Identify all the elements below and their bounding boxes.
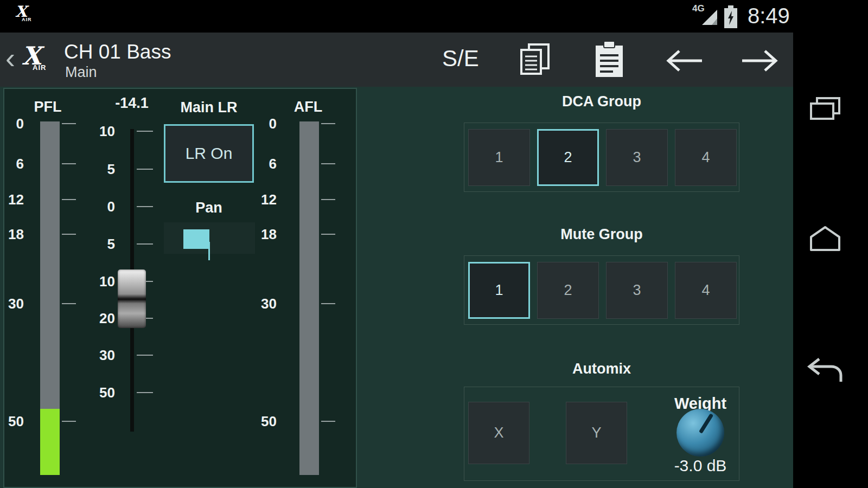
fader-scale-20: 20 <box>81 311 115 326</box>
lr-on-button[interactable]: LR On <box>164 124 254 183</box>
logo-air: AIR <box>22 17 32 22</box>
pfl-tick <box>62 421 76 422</box>
fader-scale-5a: 5 <box>81 162 115 177</box>
xair-logo: X AIR <box>22 43 46 71</box>
fader-tick <box>137 392 153 393</box>
knob-needle <box>699 413 713 434</box>
mute-button-2[interactable]: 2 <box>537 262 599 319</box>
pfl-meter <box>40 121 60 475</box>
afl-scale-6: 6 <box>255 156 277 171</box>
pfl-scale-18: 18 <box>2 227 24 242</box>
fader-db-value: -14.1 <box>105 95 159 112</box>
fader-tick <box>137 355 153 356</box>
fader-scale-50: 50 <box>81 385 115 400</box>
afl-scale-18: 18 <box>255 227 277 242</box>
channel-subtitle: Main <box>65 64 97 81</box>
clock: 8:49 <box>748 4 790 28</box>
dca-button-1[interactable]: 1 <box>468 129 530 186</box>
fader-tick <box>137 206 153 207</box>
dca-button-2[interactable]: 2 <box>537 129 599 186</box>
fader-handle[interactable] <box>118 269 146 328</box>
back-button[interactable]: ‹ <box>5 43 15 73</box>
pfl-scale-6: 6 <box>2 156 24 171</box>
channel-title: CH 01 Bass <box>64 41 171 63</box>
afl-scale-12: 12 <box>255 192 277 207</box>
paste-icon[interactable] <box>593 41 625 78</box>
pfl-scale-50: 50 <box>2 414 24 429</box>
mute-group-box: 1 2 3 4 <box>464 255 739 325</box>
automix-box: X Y Weight -3.0 dB <box>464 387 739 481</box>
copy-icon[interactable] <box>518 42 552 77</box>
fader-tick <box>137 131 153 132</box>
pfl-tick <box>62 303 76 304</box>
mute-button-4[interactable]: 4 <box>675 262 737 319</box>
afl-tick <box>321 303 335 304</box>
main-lr-label: Main LR <box>174 99 244 116</box>
pan-handle-stem <box>208 242 210 260</box>
afl-scale-0: 0 <box>255 116 277 131</box>
automix-y-button[interactable]: Y <box>566 402 627 464</box>
battery-charging-icon <box>724 5 738 28</box>
afl-tick <box>321 123 335 124</box>
screen: X AIR 4G 8:49 ‹ X AIR CH 01 Bass Main S/… <box>0 0 868 488</box>
afl-scale-30: 30 <box>255 296 277 311</box>
pfl-tick <box>62 123 76 124</box>
back-icon[interactable] <box>806 357 844 383</box>
app-header: ‹ X AIR CH 01 Bass Main S/E <box>0 33 868 87</box>
mute-button-1[interactable]: 1 <box>468 262 530 319</box>
mute-button-3[interactable]: 3 <box>606 262 668 319</box>
fader-tick <box>137 243 153 245</box>
automix-x-button[interactable]: X <box>468 402 529 464</box>
fader-scale-0: 0 <box>81 199 115 214</box>
pfl-meter-level <box>40 409 60 475</box>
fader-scale-30: 30 <box>81 348 115 363</box>
next-channel-arrow-icon[interactable] <box>740 48 780 74</box>
home-icon[interactable] <box>808 226 842 252</box>
pan-handle[interactable] <box>183 229 209 249</box>
logo-air: AIR <box>33 64 46 71</box>
afl-meter <box>299 121 319 475</box>
recents-icon[interactable] <box>809 97 841 120</box>
dca-group-box: 1 2 3 4 <box>464 123 739 192</box>
mute-group-label: Mute Group <box>547 226 656 243</box>
afl-tick <box>321 163 335 164</box>
android-nav-bar <box>793 33 868 488</box>
afl-tick <box>321 421 335 422</box>
automix-label: Automix <box>547 361 656 377</box>
fader-scale-5b: 5 <box>81 236 115 252</box>
pfl-tick <box>62 234 76 235</box>
afl-tick <box>321 234 335 235</box>
pfl-scale-12: 12 <box>2 192 24 207</box>
fader-scale-10a: 10 <box>81 124 115 139</box>
afl-scale-50: 50 <box>255 414 277 429</box>
dca-group-label: DCA Group <box>547 93 656 110</box>
dca-button-3[interactable]: 3 <box>606 129 668 186</box>
xair-logo-small: X AIR <box>15 4 32 22</box>
automix-weight-knob[interactable] <box>676 409 724 457</box>
pan-label: Pan <box>184 200 233 216</box>
pfl-label: PFL <box>29 99 67 115</box>
pfl-scale-0: 0 <box>2 116 24 131</box>
fader-tick <box>137 169 153 170</box>
pfl-tick <box>62 163 76 164</box>
solo-edit-button[interactable]: S/E <box>442 46 479 72</box>
pfl-scale-30: 30 <box>2 296 24 311</box>
dca-button-4[interactable]: 4 <box>675 129 737 186</box>
signal-icon <box>701 9 718 26</box>
prev-channel-arrow-icon[interactable] <box>664 48 704 74</box>
automix-weight-value: -3.0 dB <box>654 457 746 475</box>
fader-scale-10b: 10 <box>81 274 115 289</box>
pan-slider[interactable] <box>164 222 255 254</box>
afl-tick <box>321 199 335 200</box>
status-bar: X AIR 4G 8:49 <box>0 0 868 33</box>
pfl-tick <box>62 199 76 200</box>
afl-label: AFL <box>289 99 327 115</box>
